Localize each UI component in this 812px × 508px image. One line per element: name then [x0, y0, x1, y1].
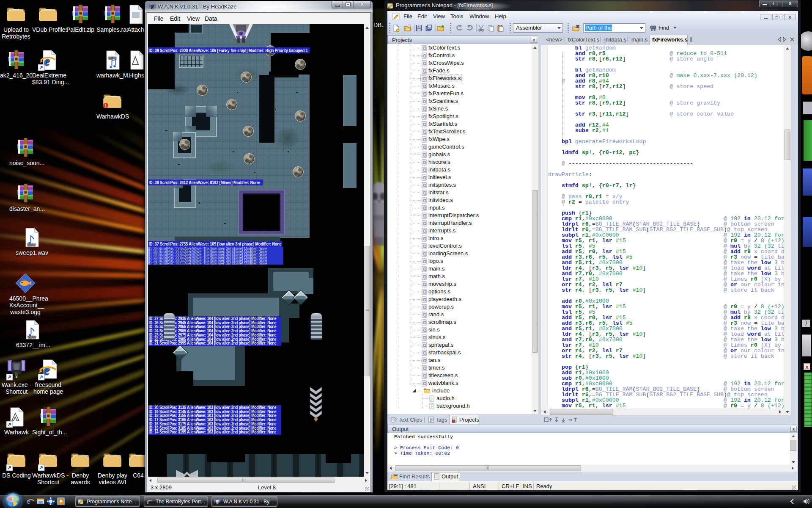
svg-text:WAV: WAV	[27, 335, 36, 339]
svg-text:WAV: WAV	[27, 243, 36, 247]
svg-text:e: e	[147, 498, 149, 505]
